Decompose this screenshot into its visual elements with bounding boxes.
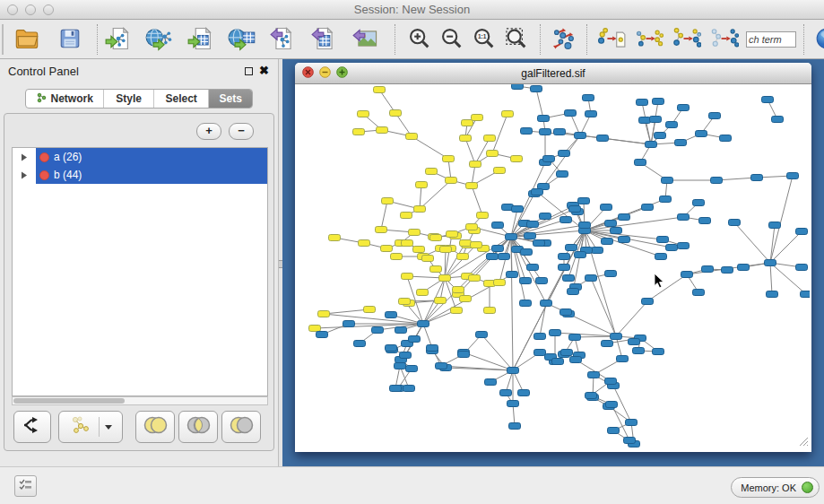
add-set-button[interactable]: + (196, 123, 221, 140)
set-color-dot (39, 152, 49, 162)
import-network-web-icon (145, 26, 174, 54)
toolbar-drag-handle[interactable] (2, 24, 4, 55)
diff-to-file-icon (597, 26, 626, 54)
cytoscape-app: { "window": { "title": "Session: New Ses… (0, 0, 824, 504)
diff-highlight-button[interactable] (633, 23, 665, 56)
yellow-network-icon (69, 415, 92, 439)
control-panel-header: Control Panel ✖ (0, 63, 278, 83)
import-table-file-button[interactable] (185, 23, 217, 56)
list-item[interactable]: b (44) (13, 166, 267, 184)
memory-status-button[interactable]: Memory: OK (731, 477, 820, 498)
network-canvas[interactable] (295, 84, 810, 451)
diff-extract-icon (710, 26, 739, 54)
sets-toolbar (4, 411, 273, 443)
main-toolbar: 1:1 (0, 21, 824, 59)
set-color-dot (39, 170, 49, 180)
tab-network-label: Network (50, 92, 92, 105)
svg-text:1:1: 1:1 (478, 33, 487, 39)
memory-ok-indicator (802, 482, 813, 493)
venn-union-icon (142, 414, 169, 439)
zoom-actual-icon: 1:1 (472, 26, 497, 54)
diff-highlight-icon (635, 26, 664, 54)
help-button[interactable]: ? (811, 23, 824, 56)
diff-merge-icon (672, 26, 701, 54)
zoom-fit-button[interactable] (500, 23, 533, 56)
list-item[interactable]: a (26) (13, 148, 267, 166)
import-network-file-button[interactable] (102, 23, 134, 56)
maximize-network-button[interactable] (336, 65, 348, 82)
close-network-button[interactable] (302, 65, 314, 82)
network-window[interactable]: galFiltered.sif (295, 63, 811, 452)
button-divider (99, 417, 100, 437)
union-sets-button[interactable] (135, 411, 175, 443)
expander-icon[interactable] (13, 171, 36, 179)
import-network-web-button[interactable] (143, 23, 176, 56)
create-set-dropdown-button[interactable] (58, 411, 123, 443)
tab-style[interactable]: Style (104, 90, 154, 108)
window-resize-grip[interactable] (797, 434, 809, 450)
toolbar-separator (395, 24, 395, 55)
open-folder-icon (14, 27, 39, 53)
chevron-down-icon (105, 425, 112, 430)
export-image-icon (352, 26, 379, 54)
tab-network[interactable]: Network (26, 90, 104, 108)
zoom-out-icon (439, 26, 464, 54)
diff-to-file-button[interactable] (595, 23, 628, 56)
tab-sets-label: Sets (220, 92, 242, 105)
apply-layout-button[interactable] (549, 23, 581, 56)
minimize-network-button[interactable] (319, 65, 331, 82)
export-table-button[interactable] (308, 23, 341, 56)
control-panel: Control Panel ✖ Network Style Select Set… (0, 59, 278, 466)
horizontal-scrollbar[interactable] (12, 396, 268, 405)
toolbar-separator (803, 24, 804, 55)
tab-select-label: Select (165, 92, 196, 105)
import-table-web-button[interactable] (226, 23, 258, 56)
window-title: Session: New Session (0, 3, 824, 16)
float-panel-icon[interactable] (245, 67, 253, 75)
memory-status-label: Memory: OK (741, 482, 796, 493)
difference-sets-button[interactable] (221, 411, 261, 443)
network-graph[interactable] (295, 84, 810, 451)
scrollbar-thumb[interactable] (13, 398, 125, 404)
tab-style-label: Style (116, 92, 142, 105)
zoom-actual-button[interactable]: 1:1 (468, 23, 500, 56)
toolbar-separator (586, 24, 587, 55)
venn-intersection-icon (185, 414, 212, 439)
expander-icon[interactable] (13, 153, 36, 161)
split-arrows-icon (22, 415, 43, 439)
export-image-button[interactable] (350, 23, 382, 56)
intersect-sets-button[interactable] (178, 411, 218, 443)
venn-difference-icon (228, 414, 255, 439)
set-label: a (26) (54, 151, 82, 163)
control-panel-title: Control Panel (8, 65, 79, 78)
apply-layout-icon (551, 25, 579, 55)
diff-extract-button[interactable] (708, 23, 741, 56)
save-floppy-icon (58, 27, 82, 53)
save-session-button[interactable] (54, 23, 86, 56)
help-icon: ? (815, 27, 824, 53)
remove-set-button[interactable]: − (229, 123, 254, 140)
set-label: b (44) (54, 169, 82, 181)
task-history-button[interactable] (14, 475, 37, 497)
tab-sets[interactable]: Sets (209, 90, 252, 108)
zoom-in-button[interactable] (403, 23, 436, 56)
sets-panel: + − a (26) b (44) (4, 113, 274, 451)
zoom-out-button[interactable] (436, 23, 468, 56)
task-list-icon (19, 478, 32, 494)
zoom-in-icon (407, 26, 432, 54)
sets-list: a (26) b (44) (12, 147, 268, 396)
network-window-titlebar[interactable]: galFiltered.sif (295, 63, 811, 84)
diff-merge-button[interactable] (671, 23, 703, 56)
tab-select[interactable]: Select (154, 90, 210, 108)
export-network-icon (270, 26, 297, 54)
open-session-button[interactable] (11, 23, 43, 56)
import-table-file-icon (187, 26, 214, 54)
export-network-button[interactable] (267, 23, 299, 56)
zoom-fit-icon (504, 26, 529, 54)
split-set-button[interactable] (13, 411, 51, 443)
search-input[interactable]: ch term (746, 31, 796, 48)
control-panel-tabs: Network Style Select Sets (25, 89, 253, 109)
network-window-title: galFiltered.sif (295, 67, 811, 80)
import-network-file-icon (105, 26, 132, 54)
close-panel-icon[interactable]: ✖ (259, 64, 269, 77)
